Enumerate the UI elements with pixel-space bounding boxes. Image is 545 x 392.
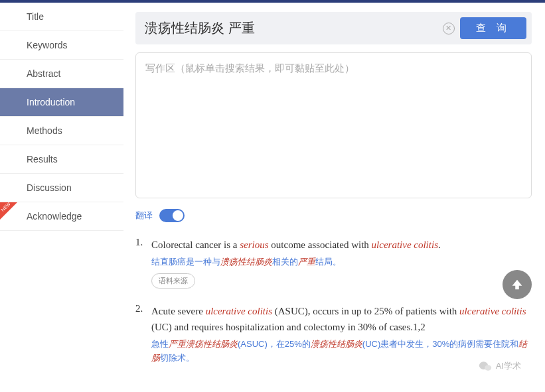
result-body: Colorectal cancer is a serious outcome a… <box>151 237 532 289</box>
sidebar: Title Keywords Abstract Introduction Met… <box>0 3 123 392</box>
translate-label: 翻译 <box>135 210 153 222</box>
result-english: Acute severe ulcerative colitis (ASUC), … <box>151 303 532 335</box>
arrow-up-icon <box>510 277 524 292</box>
write-area[interactable]: 写作区（鼠标单击搜索结果，即可黏贴至此处） <box>135 52 532 198</box>
wechat-icon <box>479 360 492 372</box>
watermark-text: AI学术 <box>496 360 521 372</box>
sidebar-item-label: Acknowledge <box>27 211 82 222</box>
result-item[interactable]: 1. Colorectal cancer is a serious outcom… <box>135 237 532 289</box>
translate-row: 翻译 <box>135 209 532 222</box>
sidebar-item-acknowledge[interactable]: NEW Acknowledge <box>0 202 123 231</box>
sidebar-item-discussion[interactable]: Discussion <box>0 174 123 202</box>
result-english: Colorectal cancer is a serious outcome a… <box>151 237 532 253</box>
result-item[interactable]: 2. Acute severe ulcerative colitis (ASUC… <box>135 303 532 365</box>
results-list: 1. Colorectal cancer is a serious outcom… <box>135 237 532 365</box>
result-body: Acute severe ulcerative colitis (ASUC), … <box>151 303 532 365</box>
translate-toggle[interactable] <box>159 209 185 222</box>
result-chinese: 急性严重溃疡性结肠炎(ASUC)，在25%的溃疡性结肠炎(UC)患者中发生，30… <box>151 338 532 365</box>
sidebar-item-methods[interactable]: Methods <box>0 117 123 145</box>
sidebar-item-title[interactable]: Title <box>0 3 123 31</box>
result-number: 1. <box>135 237 151 289</box>
source-chip[interactable]: 语料来源 <box>151 273 195 289</box>
search-input[interactable] <box>141 19 437 37</box>
new-badge: NEW <box>0 202 25 231</box>
sidebar-item-results[interactable]: Results <box>0 145 123 174</box>
sidebar-item-introduction[interactable]: Introduction <box>0 88 123 117</box>
sidebar-item-keywords[interactable]: Keywords <box>0 31 123 60</box>
scroll-top-button[interactable] <box>503 270 532 299</box>
search-row: ✕ 查 询 <box>135 12 532 44</box>
watermark: AI学术 <box>479 360 521 372</box>
clear-icon[interactable]: ✕ <box>443 23 455 34</box>
result-number: 2. <box>135 303 151 365</box>
svg-point-3 <box>485 365 491 370</box>
result-chinese: 结直肠癌是一种与溃疡性结肠炎相关的严重结局。 <box>151 255 532 269</box>
query-button[interactable]: 查 询 <box>460 17 526 39</box>
main-content: ✕ 查 询 写作区（鼠标单击搜索结果，即可黏贴至此处） 翻译 1. Colore… <box>123 3 545 392</box>
sidebar-item-abstract[interactable]: Abstract <box>0 60 123 88</box>
